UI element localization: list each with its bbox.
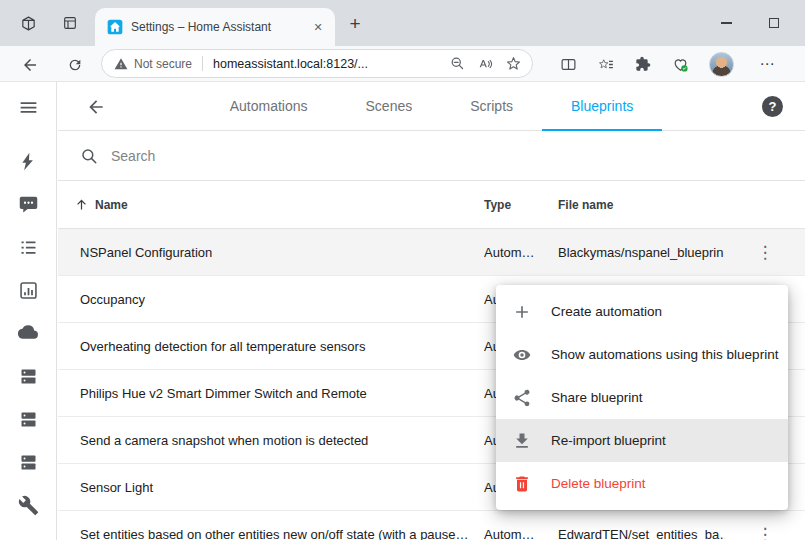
sidebar-server-icon-3[interactable] bbox=[15, 449, 41, 475]
security-label[interactable]: Not secure bbox=[134, 57, 192, 71]
menu-item-delete-blueprint[interactable]: Delete blueprint bbox=[496, 462, 788, 505]
home-assistant-favicon-icon bbox=[107, 19, 123, 35]
tab-title: Settings – Home Assistant bbox=[131, 20, 301, 34]
split-screen-icon[interactable] bbox=[560, 56, 577, 73]
search-icon bbox=[80, 147, 98, 165]
sidebar-developer-tools-icon[interactable] bbox=[15, 492, 41, 518]
tab-blueprints[interactable]: Blueprints bbox=[542, 82, 662, 131]
favorites-icon[interactable] bbox=[598, 56, 615, 73]
menu-item-show-automations[interactable]: Show automations using this blueprint bbox=[496, 333, 788, 376]
sort-ascending-icon bbox=[74, 197, 89, 212]
browser-refresh-button[interactable] bbox=[61, 51, 88, 78]
extensions-icon[interactable] bbox=[635, 56, 651, 72]
url-text[interactable]: homeassistant.local:8123/... bbox=[213, 57, 440, 71]
screen: Settings – Home Assistant ✕ + Not secure… bbox=[0, 0, 805, 540]
sidebar-menu-icon[interactable] bbox=[15, 94, 41, 120]
sidebar-history-chart-icon[interactable] bbox=[15, 277, 41, 303]
profile-avatar[interactable] bbox=[709, 52, 734, 77]
table-row-set-entities[interactable]: Set entities based on other entities new… bbox=[58, 511, 805, 540]
address-divider bbox=[202, 56, 203, 71]
browser-essentials-icon[interactable] bbox=[672, 56, 689, 73]
download-icon bbox=[512, 431, 532, 451]
back-arrow-icon bbox=[21, 56, 39, 74]
help-icon[interactable]: ? bbox=[762, 96, 783, 117]
plus-icon bbox=[512, 302, 532, 322]
search-bar bbox=[58, 131, 805, 181]
sidebar-cloud-icon[interactable] bbox=[15, 320, 41, 346]
ha-header: Automations Scenes Scripts Blueprints ? bbox=[58, 82, 805, 131]
browser-back-button[interactable] bbox=[16, 51, 43, 78]
ha-sidebar bbox=[0, 82, 57, 540]
tab-scripts[interactable]: Scripts bbox=[441, 82, 542, 131]
toolbar-right-group: ⋯ bbox=[540, 46, 801, 82]
new-tab-button[interactable]: + bbox=[343, 12, 367, 36]
sidebar-server-icon-2[interactable] bbox=[15, 406, 41, 432]
browser-toolbar: Not secure homeassistant.local:8123/... bbox=[0, 46, 805, 82]
favorite-star-icon[interactable] bbox=[502, 53, 524, 75]
address-bar[interactable]: Not secure homeassistant.local:8123/... bbox=[101, 49, 533, 78]
read-aloud-icon[interactable] bbox=[474, 53, 496, 75]
sidebar-energy-icon[interactable] bbox=[15, 148, 41, 174]
workspaces-icon[interactable] bbox=[15, 10, 41, 36]
home-assistant-app: Automations Scenes Scripts Blueprints ? … bbox=[0, 82, 805, 540]
column-header-file[interactable]: File name bbox=[558, 198, 725, 212]
menu-item-share-blueprint[interactable]: Share blueprint bbox=[496, 376, 788, 419]
not-secure-warning-icon bbox=[114, 57, 128, 71]
column-header-name[interactable]: Name bbox=[58, 197, 484, 212]
zoom-out-icon[interactable] bbox=[446, 53, 468, 75]
column-header-type[interactable]: Type bbox=[484, 198, 558, 212]
refresh-icon bbox=[67, 57, 83, 73]
tab-actions-icon[interactable] bbox=[57, 10, 83, 36]
window-minimize-button[interactable] bbox=[711, 9, 741, 37]
window-maximize-button[interactable] bbox=[759, 9, 789, 37]
share-icon bbox=[512, 388, 532, 408]
tab-scenes[interactable]: Scenes bbox=[337, 82, 442, 131]
maximize-icon bbox=[769, 18, 779, 28]
tab-automations[interactable]: Automations bbox=[201, 82, 337, 131]
search-input[interactable] bbox=[111, 148, 805, 164]
eye-icon bbox=[512, 345, 532, 365]
minimize-icon bbox=[721, 22, 732, 24]
trash-icon bbox=[512, 474, 532, 494]
blueprint-context-menu: Create automation Show automations using… bbox=[496, 285, 788, 510]
ha-nav-tabs: Automations Scenes Scripts Blueprints bbox=[58, 82, 805, 131]
sidebar-todo-list-icon[interactable] bbox=[15, 234, 41, 260]
menu-item-reimport-blueprint[interactable]: Re-import blueprint bbox=[496, 419, 788, 462]
menu-item-create-automation[interactable]: Create automation bbox=[496, 290, 788, 333]
browser-tabstrip: Settings – Home Assistant ✕ + bbox=[0, 0, 805, 46]
row-kebab-menu-icon[interactable]: ⋮ bbox=[725, 242, 805, 263]
close-tab-icon[interactable]: ✕ bbox=[309, 18, 327, 36]
row-kebab-menu-icon[interactable]: ⋮ bbox=[725, 524, 805, 540]
browser-menu-icon[interactable]: ⋯ bbox=[755, 51, 781, 77]
sidebar-assist-icon[interactable] bbox=[15, 191, 41, 217]
table-header: Name Type File name bbox=[58, 181, 805, 229]
sidebar-server-icon-1[interactable] bbox=[15, 363, 41, 389]
browser-tab-settings-home-assistant[interactable]: Settings – Home Assistant ✕ bbox=[95, 8, 335, 46]
table-row-nspanel-configuration[interactable]: NSPanel Configuration Autom… Blackymas/n… bbox=[58, 229, 805, 276]
